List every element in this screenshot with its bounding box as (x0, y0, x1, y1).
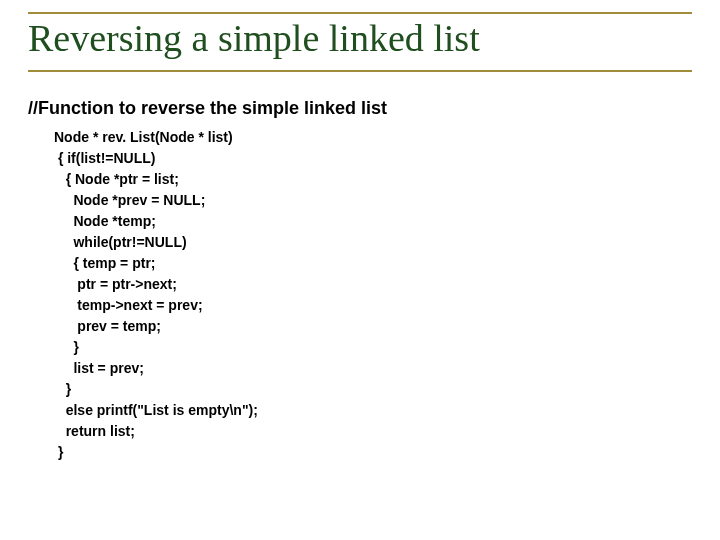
slide: Reversing a simple linked list //Functio… (0, 0, 720, 540)
title-container: Reversing a simple linked list (28, 12, 692, 72)
section-comment: //Function to reverse the simple linked … (28, 98, 692, 119)
slide-title: Reversing a simple linked list (28, 18, 692, 60)
code-listing: Node * rev. List(Node * list) { if(list!… (28, 127, 692, 463)
